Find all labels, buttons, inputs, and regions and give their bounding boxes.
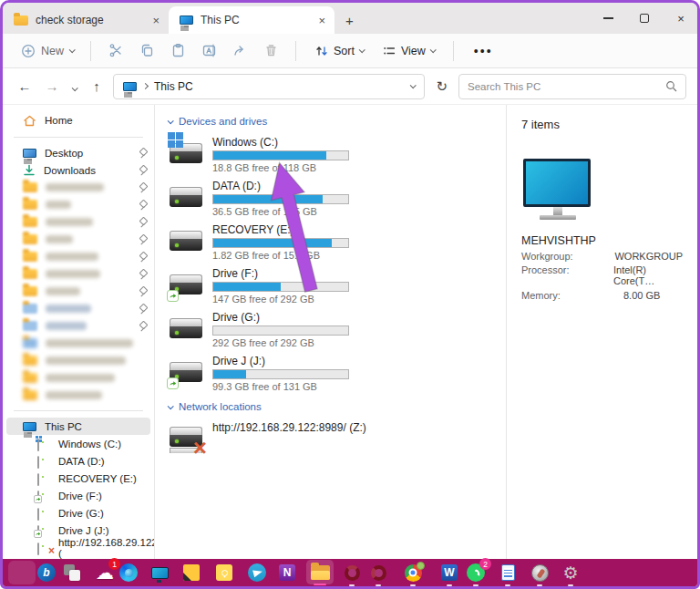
sidebar-tree-item[interactable]: RECOVERY (E:): [3, 470, 154, 487]
drive-item[interactable]: DATA (D:) 36.5 GB free of 195 GB: [168, 178, 468, 217]
drive-item[interactable]: RECOVERY (E:) 1.82 GB free of 15.5 GB: [168, 222, 468, 261]
minimize-button[interactable]: [601, 11, 615, 26]
sort-button[interactable]: Sort: [307, 40, 371, 62]
refresh-button[interactable]: ↻: [430, 78, 453, 95]
taskbar-icon-sticky-notes[interactable]: [180, 562, 202, 584]
new-tab-button[interactable]: +: [335, 13, 365, 34]
navigation-pane: Home Desktop Downloads: [3, 105, 155, 559]
recent-locations-button[interactable]: [68, 78, 80, 95]
breadcrumb[interactable]: This PC: [154, 80, 193, 93]
search-input[interactable]: [468, 81, 665, 92]
paste-button[interactable]: [164, 43, 191, 58]
forward-button[interactable]: →: [41, 78, 63, 94]
sidebar-item-redacted[interactable]: [3, 196, 154, 213]
sidebar-item-redacted[interactable]: [3, 248, 154, 265]
sidebar-item-redacted[interactable]: [3, 335, 154, 352]
sidebar-item-redacted[interactable]: [3, 300, 154, 317]
taskbar-icon-edge[interactable]: [118, 562, 139, 584]
close-button[interactable]: ×: [674, 11, 688, 26]
folder-icon: [23, 182, 37, 192]
sidebar-tree-item[interactable]: ×http://192.168.29.122:8989/ (: [3, 539, 154, 556]
capacity-bar: [212, 282, 349, 292]
drive-icon: [37, 509, 51, 518]
monitor-icon: [180, 16, 193, 25]
sidebar-item-redacted[interactable]: [3, 283, 154, 300]
sidebar-item-redacted[interactable]: [3, 213, 154, 231]
folder-icon: [23, 356, 37, 366]
tab-close-icon[interactable]: ×: [152, 14, 160, 27]
tab-close-icon[interactable]: ×: [318, 14, 325, 27]
redacted-label: [46, 253, 98, 261]
taskbar-icon-task-view[interactable]: [61, 562, 83, 584]
sidebar-item-downloads[interactable]: Downloads: [3, 161, 154, 179]
up-button[interactable]: ↑: [86, 78, 108, 94]
section-devices-and-drives[interactable]: Devices and drives: [168, 114, 506, 129]
sidebar-tree-item[interactable]: Windows (C:): [3, 435, 154, 452]
new-button[interactable]: New: [15, 40, 79, 62]
taskbar-icon-whatsapp[interactable]: 2: [465, 562, 487, 584]
search-box[interactable]: [458, 74, 686, 99]
sidebar-tree-item[interactable]: DATA (D:): [3, 452, 154, 470]
taskbar-icon-settings[interactable]: ⚙: [560, 562, 582, 584]
taskbar-icon-notepad[interactable]: [497, 562, 519, 584]
copy-button[interactable]: [133, 43, 160, 58]
network-drive-item[interactable]: × http://192.168.29.122:8989/ (Z:): [168, 419, 506, 454]
capacity-bar: [212, 326, 349, 336]
folder-icon: [23, 269, 37, 279]
tab-this-pc[interactable]: This PC ×: [169, 6, 335, 34]
sidebar-item-home[interactable]: Home: [3, 110, 154, 130]
chevron-down-icon: [168, 403, 174, 409]
taskbar-icon-ring-app-2[interactable]: [367, 562, 389, 584]
tab-check-storage[interactable]: check storage ×: [3, 6, 169, 34]
folder-icon: [23, 338, 37, 348]
items-count: 7 items: [521, 118, 683, 131]
screenshot-frame: check storage × This PC × + × New S: [0, 0, 700, 589]
back-button[interactable]: ←: [14, 78, 36, 94]
sidebar-item-redacted[interactable]: [3, 231, 154, 248]
taskbar-icon-lens-app[interactable]: [529, 562, 551, 584]
more-options-button[interactable]: •••: [465, 44, 502, 58]
taskbar-icon-monitor-app[interactable]: [149, 562, 170, 584]
sidebar-item-redacted[interactable]: [3, 265, 154, 283]
sidebar-item-redacted[interactable]: [3, 179, 154, 196]
taskbar-icon-file-explorer[interactable]: [306, 560, 334, 584]
taskbar-icon-bing[interactable]: b: [36, 562, 57, 584]
cut-button[interactable]: [102, 43, 129, 58]
drive-item[interactable]: Drive (F:) 147 GB free of 292 GB: [168, 265, 468, 305]
cut-icon: [108, 43, 124, 58]
section-network-locations[interactable]: Network locations: [168, 399, 506, 414]
address-bar: ← → ↑ This PC ↻: [3, 68, 697, 105]
sidebar-item-redacted[interactable]: [3, 387, 154, 404]
taskbar-icon-word[interactable]: W: [438, 562, 460, 584]
chevron-down-icon[interactable]: [410, 82, 417, 88]
taskbar-icon-telegram[interactable]: [246, 562, 268, 584]
pin-icon: [138, 234, 147, 244]
delete-button[interactable]: [257, 43, 284, 58]
drive-item[interactable]: Drive (G:) 292 GB free of 292 GB: [168, 309, 468, 348]
address-box[interactable]: This PC: [113, 74, 425, 99]
sidebar-item-desktop[interactable]: Desktop: [3, 144, 154, 161]
sidebar-tree-item[interactable]: Drive (F:): [3, 487, 154, 504]
start-button[interactable]: [8, 561, 36, 584]
sidebar-item-redacted[interactable]: [3, 369, 154, 387]
rename-button[interactable]: [195, 43, 222, 58]
taskbar-icon-onenote[interactable]: N: [276, 562, 298, 584]
taskbar-icon-chrome[interactable]: [402, 562, 424, 584]
separator: [295, 41, 296, 61]
redacted-label: [46, 356, 126, 365]
view-button[interactable]: View: [375, 40, 442, 62]
sidebar-item-redacted[interactable]: [3, 352, 154, 369]
sidebar-tree-item[interactable]: Drive (G:): [3, 504, 154, 522]
drive-item[interactable]: Drive J (J:) 99.3 GB free of 131 GB: [168, 353, 468, 392]
taskbar-icon-onedrive[interactable]: ☁1: [94, 562, 116, 584]
paste-icon: [170, 43, 186, 58]
maximize-button[interactable]: [637, 11, 652, 26]
taskbar-icon-notes-lightbulb[interactable]: [213, 562, 235, 584]
taskbar-icon-ring-app-1[interactable]: [341, 562, 363, 584]
sidebar-item-this-pc[interactable]: This PC: [6, 418, 150, 435]
trash-icon: [263, 43, 279, 58]
share-button[interactable]: [226, 43, 253, 58]
sidebar-item-redacted[interactable]: [3, 317, 154, 335]
disconnected-x-icon: ×: [193, 436, 207, 460]
drive-item[interactable]: Windows (C:) 18.8 GB free of 118 GB: [168, 134, 468, 173]
